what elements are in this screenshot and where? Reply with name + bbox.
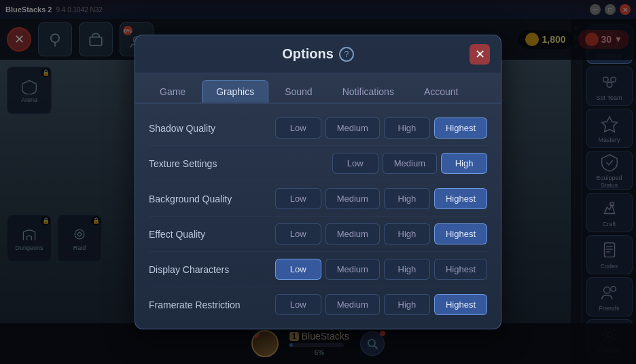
display-characters-row: Display Characters Low Medium High Highe… [149, 252, 487, 287]
effect-quality-row: Effect Quality Low Medium High Highest [149, 217, 487, 252]
modal-header: Options ? ✕ [135, 35, 501, 73]
display-low-btn[interactable]: Low [275, 259, 321, 280]
framerate-restriction-label: Framerate Restriction [149, 299, 258, 310]
bg-highest-btn[interactable]: Highest [434, 188, 487, 209]
shadow-highest-btn[interactable]: Highest [434, 117, 487, 139]
display-buttons: Low Medium High Highest [258, 259, 487, 280]
effect-highest-btn[interactable]: Highest [434, 223, 487, 244]
tab-sound[interactable]: Sound [271, 80, 325, 103]
framerate-low-btn[interactable]: Low [275, 294, 321, 315]
display-medium-btn[interactable]: Medium [325, 259, 380, 280]
effect-buttons: Low Medium High Highest [258, 223, 487, 244]
display-characters-label: Display Characters [149, 264, 258, 275]
effect-medium-btn[interactable]: Medium [325, 223, 380, 244]
background-quality-label: Background Quality [149, 194, 258, 204]
shadow-quality-buttons: Low Medium High Highest [258, 117, 487, 139]
framerate-high-btn[interactable]: High [384, 294, 430, 315]
texture-high-btn[interactable]: High [441, 153, 487, 174]
framerate-buttons: Low Medium High Highest [258, 294, 487, 315]
effect-high-btn[interactable]: High [384, 223, 430, 244]
modal-close-button[interactable]: ✕ [470, 44, 490, 65]
display-high-btn[interactable]: High [384, 259, 430, 280]
texture-medium-btn[interactable]: Medium [383, 153, 437, 174]
framerate-highest-btn[interactable]: Highest [434, 294, 487, 315]
modal-title: Options [282, 46, 334, 62]
settings-content: Shadow Quality Low Medium High Highest T… [135, 104, 501, 329]
tab-notifications[interactable]: Notifications [329, 80, 408, 103]
shadow-quality-row: Shadow Quality Low Medium High Highest [149, 111, 487, 146]
texture-buttons: Low Medium High [258, 153, 487, 174]
display-highest-btn[interactable]: Highest [434, 259, 487, 280]
effect-low-btn[interactable]: Low [275, 223, 321, 244]
modal-overlay: Options ? ✕ Game Graphics Sound Notifica… [0, 0, 636, 364]
tab-game[interactable]: Game [146, 80, 199, 103]
shadow-low-btn[interactable]: Low [275, 117, 321, 139]
modal-tabs: Game Graphics Sound Notifications Accoun… [135, 73, 501, 104]
bg-high-btn[interactable]: High [384, 188, 430, 209]
texture-settings-label: Texture Settings [149, 158, 258, 169]
effect-quality-label: Effect Quality [149, 229, 258, 240]
shadow-high-btn[interactable]: High [384, 117, 430, 139]
texture-low-btn[interactable]: Low [332, 153, 378, 174]
framerate-medium-btn[interactable]: Medium [325, 294, 380, 315]
options-modal: Options ? ✕ Game Graphics Sound Notifica… [135, 35, 501, 329]
background-quality-row: Background Quality Low Medium High Highe… [149, 181, 487, 217]
framerate-restriction-row: Framerate Restriction Low Medium High Hi… [149, 287, 487, 322]
tab-account[interactable]: Account [410, 80, 472, 103]
background-buttons: Low Medium High Highest [258, 188, 487, 209]
shadow-quality-label: Shadow Quality [149, 123, 258, 134]
bg-low-btn[interactable]: Low [275, 188, 321, 209]
shadow-medium-btn[interactable]: Medium [325, 117, 380, 139]
modal-help-button[interactable]: ? [339, 47, 354, 62]
tab-graphics[interactable]: Graphics [202, 80, 268, 103]
texture-settings-row: Texture Settings Low Medium High [149, 146, 487, 181]
bg-medium-btn[interactable]: Medium [325, 188, 380, 209]
